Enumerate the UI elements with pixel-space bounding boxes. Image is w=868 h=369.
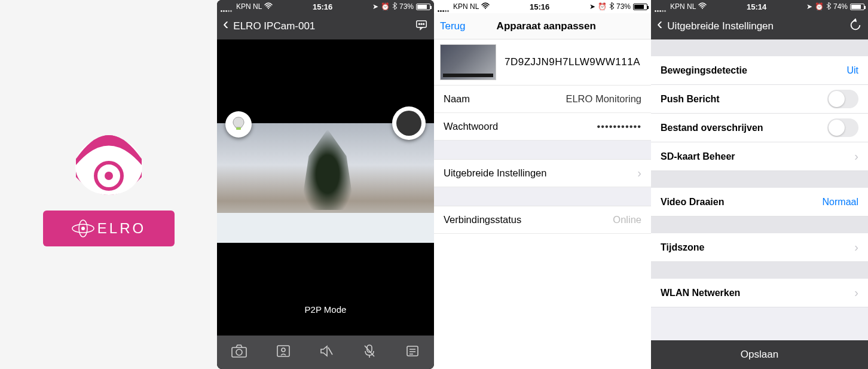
mute-button[interactable] [319, 344, 334, 361]
chevron-right-icon [854, 150, 858, 163]
battery-icon [416, 4, 430, 10]
section-gap [651, 216, 868, 233]
bluetooth-icon [392, 2, 397, 11]
carrier-label: KPN NL [453, 2, 479, 11]
gallery-button[interactable] [276, 344, 291, 361]
bulb-icon [232, 117, 245, 132]
page-title: Uitgebreide Instellingen [667, 20, 774, 32]
chevron-right-icon [854, 240, 858, 254]
section-gap [651, 171, 868, 188]
alarm-icon: ⏰ [598, 2, 607, 11]
brand-plate: ELRO [43, 211, 175, 246]
section-gap [651, 262, 868, 279]
wlan-label: WLAN Netwerken [661, 288, 740, 298]
rotate-label: Video Draaien [661, 197, 724, 208]
back-icon[interactable] [223, 20, 228, 32]
device-settings-screen: KPN NL 15:16 ➤ ⏰ 73% Terug Apparaat aanp… [434, 0, 651, 369]
mode-label: P2P Mode [217, 304, 434, 315]
alarm-icon: ⏰ [815, 2, 824, 11]
save-label: Opslaan [741, 349, 778, 361]
record-button[interactable] [392, 106, 426, 140]
battery-icon [633, 4, 647, 10]
clock-label: 15:16 [530, 2, 549, 11]
name-label: Naam [444, 93, 470, 105]
password-value: ••••••••••• [597, 121, 641, 132]
clock-label: 15:16 [313, 2, 332, 11]
wifi-icon [481, 2, 490, 11]
svg-point-6 [268, 8, 269, 9]
device-id: 7D9ZJJN9H7LLW9WW111A [505, 56, 640, 68]
overwrite-toggle[interactable] [827, 118, 858, 137]
chevron-right-icon [854, 286, 858, 300]
save-button[interactable]: Opslaan [651, 340, 868, 369]
name-value: ELRO Monitoring [566, 93, 641, 105]
carrier-label: KPN NL [236, 2, 262, 11]
section-gap [651, 39, 868, 56]
video-frame[interactable] [217, 123, 434, 243]
push-toggle[interactable] [827, 90, 858, 108]
advanced-settings-row[interactable]: Uitgebreide Instellingen [434, 160, 651, 187]
carrier-label: KPN NL [670, 2, 696, 11]
status-bar: KPN NL 15:16 ➤ ⏰ 73% [217, 0, 434, 13]
signal-icon [221, 4, 234, 10]
live-tabbar [217, 336, 434, 369]
advanced-settings-screen: KPN NL 15:14 ➤ ⏰ 74% Uitgebreide Instell… [651, 0, 868, 369]
brand-name: ELRO [97, 220, 146, 237]
section-gap [434, 187, 651, 206]
svg-rect-14 [277, 346, 289, 356]
snapshot-button[interactable] [231, 344, 247, 361]
svg-point-9 [421, 23, 422, 25]
mic-mute-button[interactable] [363, 344, 376, 361]
camera-dome-icon [64, 123, 154, 213]
device-thumbnail [440, 44, 496, 80]
timezone-row[interactable]: Tijdszone [651, 233, 868, 262]
overwrite-row[interactable]: Bestand overschrijven [651, 114, 868, 142]
live-navbar: ELRO IPCam-001 [217, 13, 434, 39]
battery-label: 74% [833, 2, 848, 11]
battery-label: 73% [399, 2, 414, 11]
clock-label: 15:14 [747, 2, 766, 11]
record-inner-icon [396, 111, 421, 136]
page-title: Apparaat aanpassen [448, 20, 645, 32]
chevron-right-icon [637, 166, 641, 180]
wlan-row[interactable]: WLAN Netwerken [651, 279, 868, 307]
bluetooth-icon [609, 2, 614, 11]
status-bar: KPN NL 15:14 ➤ ⏰ 74% [651, 0, 868, 13]
svg-point-23 [485, 8, 486, 9]
svg-point-10 [423, 23, 424, 25]
wifi-icon [698, 2, 707, 11]
svg-point-0 [75, 138, 142, 195]
advanced-label: Uitgebreide Instellingen [444, 167, 546, 179]
svg-point-8 [418, 23, 420, 25]
light-button[interactable] [225, 111, 252, 138]
refresh-button[interactable] [849, 19, 862, 35]
location-icon: ➤ [372, 2, 378, 11]
live-view-screen: KPN NL 15:16 ➤ ⏰ 73% ELRO IPCam-001 [217, 0, 434, 369]
connection-label: Verbindingsstatus [444, 214, 521, 225]
svg-point-24 [702, 8, 703, 9]
app-icon-panel: ELRO [0, 0, 217, 369]
connection-row: Verbindingsstatus Online [434, 206, 651, 234]
more-button[interactable] [405, 344, 420, 361]
overwrite-label: Bestand overschrijven [661, 123, 763, 133]
bluetooth-icon [826, 2, 831, 11]
name-row[interactable]: Naam ELRO Monitoring [434, 86, 651, 113]
svg-line-16 [328, 347, 332, 355]
push-row[interactable]: Push Bericht [651, 85, 868, 114]
chat-icon[interactable] [415, 19, 428, 35]
svg-point-15 [282, 348, 285, 352]
section-gap [434, 141, 651, 160]
sd-row[interactable]: SD-kaart Beheer [651, 142, 868, 171]
svg-point-5 [81, 227, 85, 230]
push-label: Push Bericht [661, 94, 720, 105]
motion-label: Bewegingsdetectie [661, 65, 747, 76]
connection-value: Online [613, 214, 641, 225]
wifi-icon [264, 2, 273, 11]
signal-icon [438, 4, 451, 10]
settings-navbar: Terug Apparaat aanpassen [434, 13, 651, 39]
svg-point-13 [236, 349, 242, 355]
back-icon[interactable] [657, 20, 662, 32]
rotate-row[interactable]: Video Draaien Normaal [651, 188, 868, 216]
motion-row[interactable]: Bewegingsdetectie Uit [651, 56, 868, 85]
password-row[interactable]: Wachtwoord ••••••••••• [434, 113, 651, 141]
